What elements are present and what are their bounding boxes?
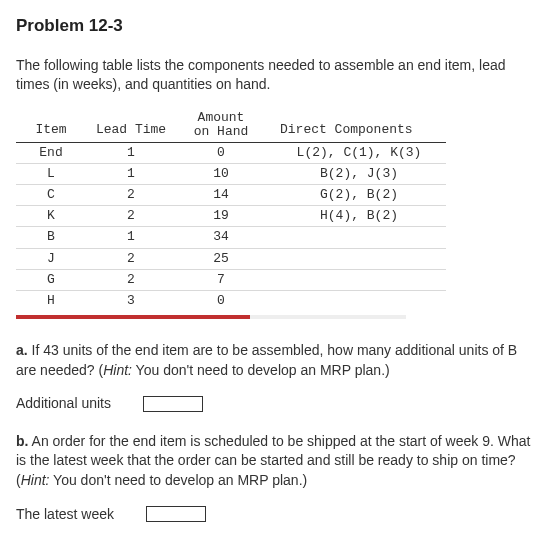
cell-amount: 10 (176, 163, 266, 184)
question-b: b. An order for the end item is schedule… (16, 432, 537, 491)
table-row: G27 (16, 269, 446, 290)
cell-direct: H(4), B(2) (266, 206, 446, 227)
cell-amount: 25 (176, 248, 266, 269)
cell-item: G (16, 269, 86, 290)
answer-b-label: The latest week (16, 505, 114, 525)
components-table: Item Lead Time Amount on Hand Direct Com… (16, 109, 446, 311)
hint-label-a: Hint: (103, 362, 132, 378)
cell-item: J (16, 248, 86, 269)
answer-b-row: The latest week (16, 505, 537, 525)
table-row: K219H(4), B(2) (16, 206, 446, 227)
progress-bar (16, 315, 406, 319)
cell-amount: 7 (176, 269, 266, 290)
cell-direct (266, 227, 446, 248)
cell-direct: G(2), B(2) (266, 184, 446, 205)
cell-lead: 2 (86, 206, 176, 227)
answer-a-row: Additional units (16, 394, 537, 414)
table-row: B134 (16, 227, 446, 248)
cell-lead: 2 (86, 184, 176, 205)
table-row: J225 (16, 248, 446, 269)
cell-lead: 3 (86, 290, 176, 311)
cell-direct: B(2), J(3) (266, 163, 446, 184)
cell-lead: 1 (86, 142, 176, 163)
cell-amount: 0 (176, 290, 266, 311)
answer-a-input[interactable] (143, 396, 203, 412)
cell-direct (266, 248, 446, 269)
col-direct-components: Direct Components (266, 109, 446, 142)
table-row: H30 (16, 290, 446, 311)
question-a: a. If 43 units of the end item are to be… (16, 341, 537, 380)
hint-label-b: Hint: (21, 472, 50, 488)
cell-lead: 1 (86, 163, 176, 184)
table-row: L110B(2), J(3) (16, 163, 446, 184)
answer-b-input[interactable] (146, 506, 206, 522)
cell-item: K (16, 206, 86, 227)
problem-title: Problem 12-3 (16, 14, 537, 38)
hint-text-a: You don't need to develop an MRP plan.) (132, 362, 390, 378)
table-row: C214G(2), B(2) (16, 184, 446, 205)
cell-lead: 2 (86, 248, 176, 269)
cell-item: B (16, 227, 86, 248)
col-item: Item (16, 109, 86, 142)
cell-item: End (16, 142, 86, 163)
table-body: End10L(2), C(1), K(3)L110B(2), J(3)C214G… (16, 142, 446, 311)
amount-line1: Amount (184, 111, 258, 125)
part-b-label: b. (16, 433, 28, 449)
cell-lead: 2 (86, 269, 176, 290)
cell-direct (266, 269, 446, 290)
table-row: End10L(2), C(1), K(3) (16, 142, 446, 163)
cell-direct (266, 290, 446, 311)
intro-text: The following table lists the components… (16, 56, 537, 95)
col-lead-time: Lead Time (86, 109, 176, 142)
part-a-label: a. (16, 342, 28, 358)
cell-item: L (16, 163, 86, 184)
cell-lead: 1 (86, 227, 176, 248)
cell-item: C (16, 184, 86, 205)
cell-item: H (16, 290, 86, 311)
answer-a-label: Additional units (16, 394, 111, 414)
hint-text-b: You don't need to develop an MRP plan.) (49, 472, 307, 488)
cell-amount: 0 (176, 142, 266, 163)
cell-amount: 34 (176, 227, 266, 248)
cell-amount: 19 (176, 206, 266, 227)
col-amount-on-hand: Amount on Hand (176, 109, 266, 142)
cell-direct: L(2), C(1), K(3) (266, 142, 446, 163)
cell-amount: 14 (176, 184, 266, 205)
amount-line2: on Hand (184, 125, 258, 139)
